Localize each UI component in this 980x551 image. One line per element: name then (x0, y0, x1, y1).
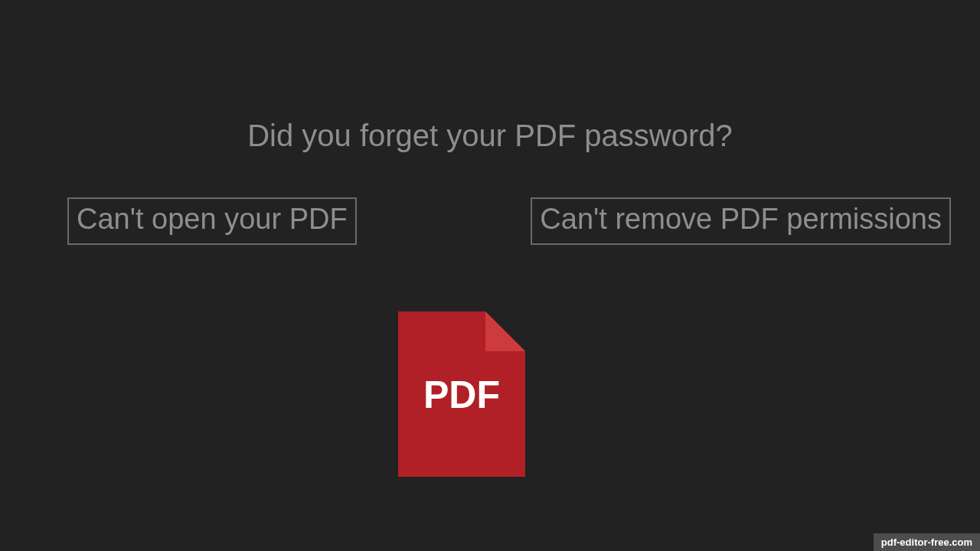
options-row: Can't open your PDF Can't remove PDF per… (0, 197, 980, 245)
watermark: pdf-editor-free.com (874, 533, 980, 551)
option-cant-open[interactable]: Can't open your PDF (67, 197, 357, 245)
pdf-icon-fold (485, 311, 525, 351)
page-heading: Did you forget your PDF password? (0, 119, 980, 153)
pdf-file-icon: PDF (398, 311, 525, 477)
option-cant-remove-permissions[interactable]: Can't remove PDF permissions (531, 197, 951, 245)
pdf-icon-label: PDF (398, 373, 525, 417)
